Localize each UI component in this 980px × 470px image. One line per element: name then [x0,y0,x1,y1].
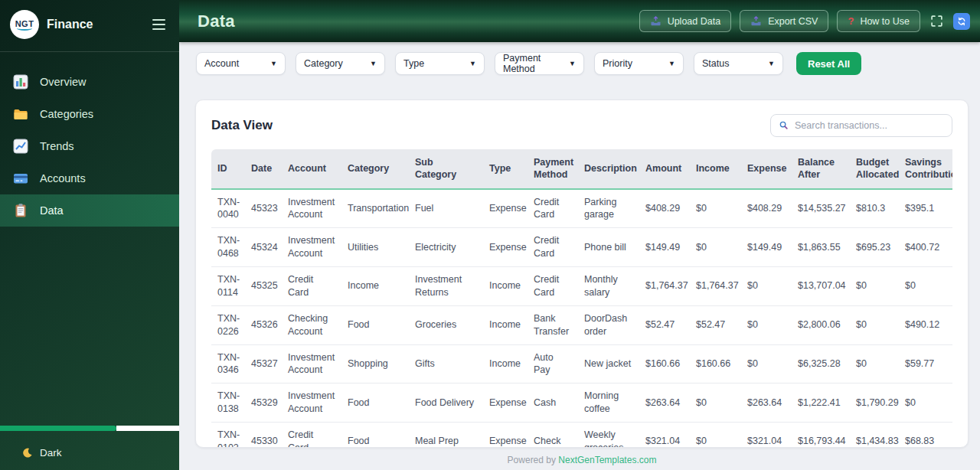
table-cell: Checking Account [282,305,341,344]
table-cell: Food Delivery [409,384,483,423]
table-cell: $695.23 [850,228,899,267]
sidebar-item-categories[interactable]: Categories [0,98,179,130]
table-cell: TXN-0040 [211,189,245,228]
sidebar-item-label: Trends [40,140,74,152]
brand-title: Finance [47,18,143,31]
page-footer: Powered by NextGenTemplates.com [195,448,969,470]
table-cell: $2,800.06 [792,305,850,344]
reset-all-button[interactable]: Reset All [796,52,861,75]
main-area: Data Upload DataExport CSV?How to Use Ac… [179,0,980,470]
filter-status[interactable]: Status▼ [694,52,783,75]
table-cell: Transportation [341,189,409,228]
search-icon [779,120,789,131]
table-cell: Parking garage [578,189,639,228]
table-cell: $149.49 [639,228,690,267]
export-csv-button[interactable]: Export CSV [740,10,828,32]
table-cell: Morning coffee [578,384,639,423]
upload-data-button[interactable]: Upload Data [639,10,732,32]
table-cell: Investment Returns [409,267,483,306]
table-row: TXN-010245330Credit CardFoodMeal PrepExp… [211,423,952,449]
sidebar: NGT Finance OverviewCategoriesTrendsAcco… [0,0,179,470]
column-header: Payment Method [528,149,578,189]
app-window: NGT Finance OverviewCategoriesTrendsAcco… [0,0,980,470]
table-cell: $0 [850,344,899,384]
card-title: Data View [211,118,273,133]
table-cell: $1,222.41 [792,384,850,423]
table-cell: 45327 [245,344,282,384]
chevron-down-icon: ▼ [768,60,775,67]
table-cell: TXN-0468 [211,228,245,267]
sidebar-bottom: Dark [0,426,179,470]
sidebar-item-label: Overview [40,76,86,88]
table-cell: $0 [690,423,741,449]
app-logo: NGT [10,10,39,39]
table-cell: Shopping [341,344,409,384]
column-header: Balance After [792,149,850,189]
table-cell: $149.49 [741,228,792,267]
sync-button[interactable] [953,13,970,30]
how-to-use-button[interactable]: ?How to Use [837,10,920,32]
column-header: Account [282,149,341,189]
table-cell: TXN-0114 [211,267,245,306]
table-cell: $0 [741,267,792,306]
filter-account[interactable]: Account▼ [196,52,286,75]
table-cell: $395.1 [899,189,952,228]
sidebar-item-label: Data [40,204,64,217]
table-cell: $1,764.37 [639,267,690,306]
table-cell: $263.64 [639,384,690,423]
column-header: Category [341,149,409,189]
filter-priority[interactable]: Priority▼ [594,52,684,75]
button-label: Upload Data [668,16,721,27]
table-cell: Gifts [409,344,483,384]
table-cell: $0 [690,384,741,423]
table-cell: Weekly groceries [578,423,639,449]
filter-payment-method[interactable]: Payment Method▼ [495,52,584,75]
table-cell: $0 [850,305,899,344]
table-cell: $0 [741,305,792,344]
table-cell: TXN-0102 [211,423,245,449]
column-header: Income [690,149,741,189]
table-cell: New jacket [578,344,639,384]
table-cell: Cash [528,384,578,423]
menu-toggle-icon[interactable] [151,16,167,33]
table-cell: $16,793.44 [792,423,850,449]
sidebar-item-data[interactable]: Data [0,194,179,227]
table-cell: Expense [483,189,528,228]
table-cell: Credit Card [528,189,578,228]
table-cell: $0 [899,267,952,306]
table-cell: Food [341,384,409,423]
table-cell: Income [483,267,528,306]
dark-mode-toggle[interactable]: Dark [0,447,179,470]
search-input[interactable] [795,120,944,131]
table-cell: Investment Account [282,189,341,228]
sidebar-item-trends[interactable]: Trends [0,130,179,162]
table-cell: 45325 [245,267,282,306]
table-cell: $321.04 [741,423,792,449]
transactions-table-container[interactable]: IDDateAccountCategorySub CategoryTypePay… [211,149,952,448]
footer-text: Powered by [508,455,556,465]
table-cell: $1,790.29 [850,384,899,423]
filter-category[interactable]: Category▼ [296,52,385,75]
column-header: Description [578,149,639,189]
sync-icon [956,16,967,27]
table-cell: $0 [899,384,952,423]
filter-type[interactable]: Type▼ [395,52,485,75]
table-cell: $13,707.04 [792,267,850,306]
table-cell: 45329 [245,384,282,423]
table-cell: DoorDash order [578,305,639,344]
theme-slider[interactable] [0,426,179,431]
chevron-down-icon: ▼ [370,60,377,67]
page-header: Data Upload DataExport CSV?How to Use [179,0,980,42]
logo-swoosh [17,26,32,31]
sidebar-item-overview[interactable]: Overview [0,66,179,98]
table-cell: Electricity [409,228,483,267]
chevron-down-icon: ▼ [668,60,675,67]
table-cell: 45323 [245,189,282,228]
table-cell: $490.12 [899,305,952,344]
fullscreen-button[interactable] [930,15,943,28]
search-box [770,114,952,137]
table-cell: $321.04 [639,423,690,449]
footer-link[interactable]: NextGenTemplates.com [558,455,656,465]
table-cell: $408.29 [741,189,792,228]
sidebar-item-accounts[interactable]: Accounts [0,162,179,194]
